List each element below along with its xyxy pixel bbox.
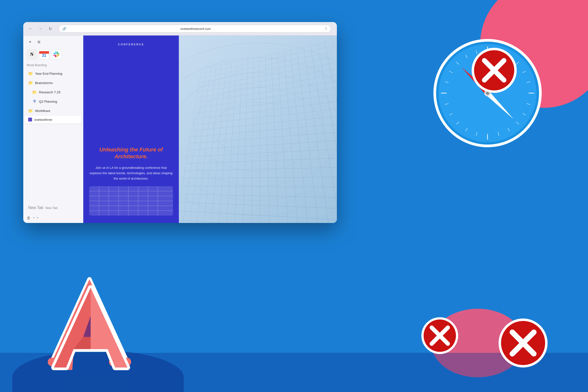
address-bar[interactable]: 🔗 onetwothreeconf.com ⇅ bbox=[58, 25, 331, 32]
url-text: onetwothreeconf.com bbox=[68, 27, 323, 30]
new-tab-button[interactable]: New Tab New Tab bbox=[25, 204, 82, 212]
slack-icon-svg bbox=[54, 52, 59, 57]
clickup-svg bbox=[32, 99, 37, 104]
back-button[interactable]: ← bbox=[27, 25, 34, 32]
research-label: Research 7.25 bbox=[39, 90, 60, 94]
refresh-button[interactable]: ↻ bbox=[47, 25, 54, 32]
sidebar-item-q2-planning[interactable]: Q2 Planning bbox=[25, 97, 82, 106]
clickup-icon bbox=[32, 99, 37, 104]
plus-icon: New Tab bbox=[28, 206, 43, 210]
new-tab-label: New Tab bbox=[45, 206, 58, 210]
folder-icon-brainstorms: 📁 bbox=[28, 80, 33, 85]
conference-section: CONFERENCE Unleashing the Future of Arch… bbox=[83, 36, 179, 223]
browser-content: ✦ ⊞ N 31 bbox=[23, 36, 337, 223]
sidebar-header: ✦ ⊞ bbox=[23, 36, 83, 47]
folder-icon-workflows: 📁 bbox=[28, 108, 33, 113]
onetwothree-dot bbox=[28, 118, 32, 122]
svg-point-14 bbox=[179, 72, 337, 186]
sidebar-item-workflows[interactable]: 📁 Workflows bbox=[25, 106, 82, 115]
sidebar-spacer bbox=[23, 124, 83, 202]
conference-map bbox=[89, 186, 173, 216]
sidebar-dots: • • bbox=[33, 215, 39, 220]
link-icon: 🔗 bbox=[62, 27, 66, 30]
year-end-planning-label: Year End Planning bbox=[35, 72, 62, 76]
conference-title: Unleashing the Future of Architecture. bbox=[89, 146, 173, 160]
sidebar-item-onetwothree[interactable]: onetwothree bbox=[25, 116, 82, 124]
notion-icon-letter: N bbox=[30, 52, 34, 57]
arc-logo-a bbox=[49, 284, 132, 372]
arc-icon[interactable]: ✦ bbox=[27, 38, 34, 45]
error-badge-1 bbox=[472, 48, 517, 93]
image-panel bbox=[179, 36, 337, 223]
forward-button[interactable]: → bbox=[37, 25, 44, 32]
sidebar-header-icons: ✦ ⊞ bbox=[27, 38, 42, 45]
svg-point-16 bbox=[214, 102, 302, 156]
conference-label: CONFERENCE bbox=[118, 43, 144, 46]
arch-lines bbox=[179, 36, 337, 223]
trash-icon[interactable]: 🗑 bbox=[27, 216, 30, 220]
calendar-app-icon[interactable]: 31 bbox=[39, 49, 49, 60]
section-label: Mood Boarding bbox=[23, 62, 83, 69]
conference-body: Join us in LA for a groundbreaking confe… bbox=[89, 165, 173, 181]
error-badge-3 bbox=[498, 318, 548, 368]
svg-point-15 bbox=[194, 87, 322, 171]
workflows-label: Workflows bbox=[35, 109, 50, 113]
folder-icon-research: 📁 bbox=[32, 90, 37, 94]
brainstorms-label: Brainstorms bbox=[35, 81, 53, 85]
slack-app-icon[interactable] bbox=[51, 49, 62, 60]
onetwothree-label: onetwothree bbox=[34, 118, 52, 122]
browser-window: ← → ↻ 🔗 onetwothreeconf.com ⇅ ✦ ⊞ bbox=[23, 22, 337, 223]
q2-planning-label: Q2 Planning bbox=[39, 100, 57, 104]
calendar-date: 31 bbox=[42, 54, 46, 58]
browser-toolbar: ← → ↻ 🔗 onetwothreeconf.com ⇅ bbox=[23, 22, 337, 36]
share-icon: ⇅ bbox=[325, 27, 327, 30]
layout-icon[interactable]: ⊞ bbox=[36, 38, 42, 45]
error-badge-2 bbox=[422, 317, 458, 354]
page-content: CONFERENCE Unleashing the Future of Arch… bbox=[83, 36, 337, 223]
notion-app-icon[interactable]: N bbox=[27, 49, 37, 60]
map-svg bbox=[89, 186, 173, 216]
app-icons-row: N 31 bbox=[23, 47, 83, 62]
sidebar-item-year-end-planning[interactable]: 📁 Year End Planning bbox=[25, 69, 82, 78]
sidebar-footer: 🗑 • • bbox=[23, 213, 83, 223]
sidebar-item-brainstorms[interactable]: 📁 Brainstorms bbox=[25, 78, 82, 87]
sidebar-item-research[interactable]: 📁 Research 7.25 bbox=[25, 88, 82, 96]
svg-point-13 bbox=[179, 58, 337, 201]
sidebar: ✦ ⊞ N 31 bbox=[23, 36, 83, 223]
folder-icon-year-end: 📁 bbox=[28, 71, 33, 76]
